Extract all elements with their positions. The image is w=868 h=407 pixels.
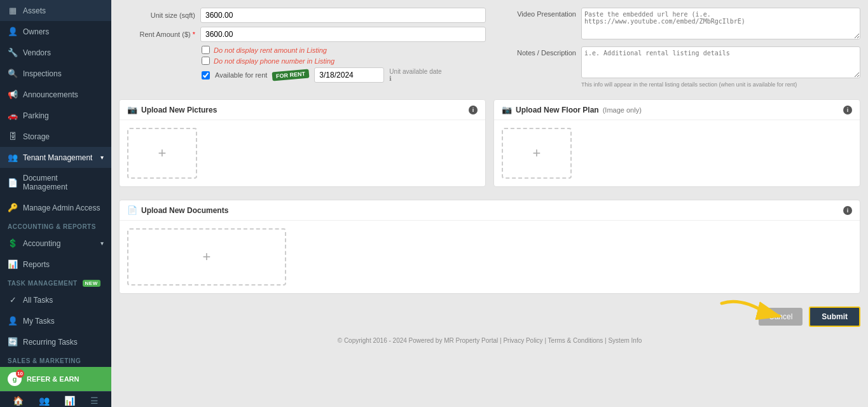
footer-text: © Copyright 2016 - 2024 Powered by MR Pr… <box>338 337 642 344</box>
announcements-icon: 📢 <box>8 90 18 99</box>
rent-amount-input-wrap <box>200 27 486 42</box>
chart-icon[interactable]: 📊 <box>64 396 75 406</box>
rent-amount-input[interactable] <box>200 27 486 42</box>
upload-pictures-header: 📷 Upload New Pictures i <box>120 100 485 120</box>
available-for-rent-label: Available for rent <box>215 71 267 79</box>
sidebar-tenant-label: Tenant Management <box>23 153 92 162</box>
upload-documents-placeholder[interactable]: + <box>127 228 286 286</box>
sidebar-all-tasks-label: All Tasks <box>23 296 53 305</box>
upload-pictures-label: Upload New Pictures <box>141 106 217 114</box>
assets-icon: ▦ <box>8 6 18 15</box>
sidebar-item-all-tasks[interactable]: ✓ All Tasks <box>0 289 111 310</box>
submit-button[interactable]: Submit <box>809 307 860 327</box>
admin-access-icon: 🔑 <box>8 203 18 212</box>
sidebar-accounting-label: Accounting <box>23 239 60 248</box>
my-tasks-icon: 👤 <box>8 316 18 326</box>
g-logo: g 10 <box>8 372 22 386</box>
sidebar-item-recurring-tasks[interactable]: 🔄 Recurring Tasks <box>0 331 111 352</box>
storage-icon: 🗄 <box>8 132 18 141</box>
sidebar-item-my-tasks[interactable]: 👤 My Tasks <box>0 310 111 331</box>
home-icon[interactable]: 🏠 <box>13 396 24 406</box>
action-row: Cancel Submit <box>119 300 860 333</box>
sidebar-admin-label: Manage Admin Access <box>23 204 100 212</box>
upload-documents-body: + <box>120 221 860 293</box>
task-management-header-text: TASK MANAGEMENT <box>8 280 78 287</box>
video-input-wrap <box>581 8 860 41</box>
sidebar-item-reports[interactable]: 📊 Reports <box>0 254 111 275</box>
upload-floorplan-info-icon[interactable]: i <box>843 106 852 114</box>
video-presentation-row: Video Presentation <box>493 8 860 41</box>
footer: © Copyright 2016 - 2024 Powered by MR Pr… <box>119 333 860 348</box>
sidebar-item-tenant-management[interactable]: 👥 Tenant Management ▾ <box>0 147 111 168</box>
sidebar-item-owners[interactable]: 👤 Owners <box>0 21 111 42</box>
rent-amount-row: Rent Amount ($) * <box>119 27 486 42</box>
owners-icon: 👤 <box>8 27 18 36</box>
no-display-phone-checkbox[interactable] <box>202 57 210 65</box>
sidebar-item-assets-label: Assets <box>23 6 46 15</box>
upload-pictures-body: + <box>120 120 485 186</box>
notes-description-label: Notes / Description <box>493 46 576 57</box>
refer-earn-bar[interactable]: g 10 REFER & EARN <box>0 367 111 391</box>
top-form-section: Unit size (sqft) Rent Amount ($) * Do no… <box>119 8 860 93</box>
unit-size-input[interactable] <box>200 8 486 23</box>
available-for-rent-checkbox[interactable] <box>202 71 210 79</box>
video-presentation-textarea[interactable] <box>581 8 860 39</box>
unit-available-info-icon[interactable]: ℹ <box>389 75 441 82</box>
notes-description-row: Notes / Description This info will appea… <box>493 46 860 88</box>
camera-icon: 📷 <box>127 105 137 114</box>
sidebar-reports-label: Reports <box>23 260 50 269</box>
upload-pictures-placeholder[interactable]: + <box>127 128 197 179</box>
sidebar-my-tasks-label: My Tasks <box>23 317 55 326</box>
sidebar-item-accounting[interactable]: 💲 Accounting ▾ <box>0 233 111 254</box>
upload-floorplan-label: Upload New Floor Plan <box>516 106 599 114</box>
cancel-button[interactable]: Cancel <box>759 308 803 326</box>
sidebar-item-owners-label: Owners <box>23 27 49 36</box>
available-for-rent-row: Available for rent FOR RENT Unit availab… <box>202 67 486 83</box>
no-display-rent-row: Do not display rent amount in Listing <box>202 46 486 54</box>
sidebar-item-assets[interactable]: ▦ Assets <box>0 0 111 21</box>
no-display-rent-label: Do not display rent amount in Listing <box>214 46 327 54</box>
sidebar-item-vendors[interactable]: 🔧 Vendors <box>0 42 111 63</box>
menu-icon[interactable]: ☰ <box>90 396 99 406</box>
sidebar-item-vendors-label: Vendors <box>23 48 51 57</box>
upload-documents-section: 📄 Upload New Documents i + <box>119 200 860 294</box>
main-content: Unit size (sqft) Rent Amount ($) * Do no… <box>111 0 868 407</box>
notes-description-textarea[interactable] <box>581 46 860 78</box>
accounting-icon: 💲 <box>8 238 18 248</box>
parking-icon: 🚗 <box>8 111 18 120</box>
video-presentation-label: Video Presentation <box>493 8 576 18</box>
chevron-right-icon: ▾ <box>100 240 104 247</box>
recurring-tasks-icon: 🔄 <box>8 337 18 347</box>
sidebar: ▦ Assets 👤 Owners 🔧 Vendors 🔍 Inspection… <box>0 0 111 407</box>
sales-marketing-header: SALES & MARKETING <box>0 352 111 367</box>
sidebar-item-announcements[interactable]: 📢 Announcements <box>0 84 111 105</box>
users-icon[interactable]: 👥 <box>39 396 50 406</box>
sidebar-item-parking-label: Parking <box>23 111 49 120</box>
sidebar-doc-label: Document Management <box>23 174 104 191</box>
unit-available-date-label: Unit available date <box>389 68 441 75</box>
tenant-mgmt-icon: 👥 <box>8 153 18 162</box>
sidebar-recurring-tasks-label: Recurring Tasks <box>23 338 78 347</box>
available-date-input[interactable] <box>314 67 384 83</box>
required-indicator: * <box>193 31 195 38</box>
no-display-rent-checkbox[interactable] <box>202 46 210 54</box>
document-mgmt-icon: 📄 <box>8 178 18 188</box>
upload-row: 📷 Upload New Pictures i + 📷 Upload New F… <box>119 99 860 193</box>
unit-size-input-wrap <box>200 8 486 23</box>
upload-documents-info-icon[interactable]: i <box>843 206 852 215</box>
vendors-icon: 🔧 <box>8 48 18 57</box>
upload-floorplan-placeholder[interactable]: + <box>502 128 572 179</box>
upload-pictures-info-icon[interactable]: i <box>469 106 478 114</box>
sidebar-item-document-management[interactable]: 📄 Document Management <box>0 168 111 197</box>
sidebar-bottom-icons: 🏠 👥 📊 ☰ <box>0 391 111 407</box>
sidebar-item-manage-admin[interactable]: 🔑 Manage Admin Access <box>0 197 111 218</box>
notes-input-wrap: This info will appear in the rental list… <box>581 46 860 88</box>
for-rent-tag: FOR RENT <box>272 69 310 81</box>
sidebar-item-inspections[interactable]: 🔍 Inspections <box>0 63 111 84</box>
upload-pictures-section: 📷 Upload New Pictures i + <box>119 99 486 187</box>
unit-size-label: Unit size (sqft) <box>119 11 195 19</box>
all-tasks-icon: ✓ <box>8 295 18 305</box>
rent-amount-label: Rent Amount ($) * <box>119 31 195 38</box>
sidebar-item-parking[interactable]: 🚗 Parking <box>0 105 111 126</box>
sidebar-item-storage[interactable]: 🗄 Storage <box>0 126 111 147</box>
